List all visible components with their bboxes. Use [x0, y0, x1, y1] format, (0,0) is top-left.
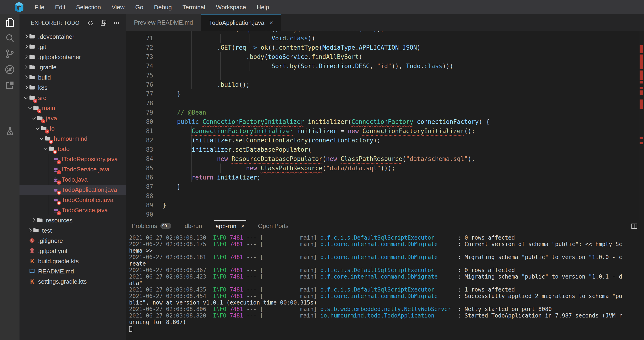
error-badge-icon: ×: [57, 180, 61, 185]
tree-row-main[interactable]: ×main: [20, 103, 126, 113]
code-text: .POST(req -> ok().body(todoService.save(…: [162, 31, 384, 34]
tree-row-test[interactable]: test: [20, 225, 126, 236]
chevron-placeholder: [23, 248, 29, 254]
tree-label: io: [50, 125, 54, 132]
tree-row-todo[interactable]: ×todo: [20, 144, 126, 154]
more-actions-icon[interactable]: [113, 19, 120, 26]
tree-row-Todo.java[interactable]: ×Todo.java: [20, 174, 126, 185]
tree-row-README.md[interactable]: README.md: [20, 266, 126, 277]
tree-label: ITodoService.java: [62, 166, 109, 173]
tree-row-io[interactable]: ×io: [20, 123, 126, 134]
menu-item-selection[interactable]: Selection: [71, 0, 106, 14]
panel-tab-label: Problems: [132, 222, 157, 230]
chevron-down-icon[interactable]: [23, 95, 29, 101]
chevron-down-icon[interactable]: [43, 146, 48, 152]
panel-tab-open-ports[interactable]: Open Ports: [256, 220, 290, 232]
chevron-right-icon[interactable]: [31, 218, 37, 223]
chevron-right-icon[interactable]: [23, 44, 29, 50]
tree-row-TodoService.java[interactable]: ×TodoService.java: [20, 205, 126, 215]
menu-item-debug[interactable]: Debug: [148, 0, 177, 14]
chevron-placeholder: [47, 197, 52, 203]
chevron-down-icon[interactable]: [39, 136, 44, 141]
menu-item-edit[interactable]: Edit: [50, 0, 71, 14]
close-icon[interactable]: ×: [241, 223, 244, 230]
close-icon[interactable]: ×: [270, 19, 273, 27]
line-number: 87: [126, 182, 153, 191]
code-editor[interactable]: .POST(req -> ok().body(todoService.save(…: [126, 31, 644, 220]
tree-row-.gitpodcontainer[interactable]: .gitpodcontainer: [20, 52, 126, 62]
tree-row-.gitpod.yml[interactable]: .gitpod.yml: [20, 246, 126, 256]
indent-guides: [162, 71, 220, 80]
plugins-icon[interactable]: [0, 77, 20, 93]
tree-row-k8s[interactable]: k8s: [20, 83, 126, 93]
line-number: 72: [126, 43, 153, 52]
tree-label: ITodoRepository.java: [62, 156, 118, 163]
test-flask-icon[interactable]: [0, 123, 20, 139]
code-text: new ResourceDatabasePopulator(new ClassP…: [162, 154, 475, 164]
error-badge-icon: ×: [45, 129, 49, 134]
tree-row-.git[interactable]: .git: [20, 42, 126, 52]
tree-row-java[interactable]: ×java: [20, 113, 126, 123]
code-text: public ConnectionFactoryInitializer init…: [162, 117, 490, 126]
folder-icon: [33, 227, 40, 234]
tree-row-ITodoService.java[interactable]: ×ITodoService.java: [20, 164, 126, 174]
tree-row-src[interactable]: ×src: [20, 93, 126, 103]
menu-item-view[interactable]: View: [106, 0, 130, 14]
refresh-icon[interactable]: [87, 19, 94, 26]
file-tree: .devcontainer.git.gitpodcontainer.gradle…: [20, 31, 126, 287]
explorer-sidebar: EXPLORER: TODO .devcontainer.git.gitpodc…: [20, 14, 126, 340]
terminal-output[interactable]: 2021-06-27 02:03:08.130 INFO 7481 --- [ …: [126, 232, 644, 340]
panel-tab-app-run[interactable]: app-run×: [214, 220, 246, 232]
line-number: 88: [126, 191, 153, 201]
chevron-right-icon[interactable]: [23, 75, 29, 80]
debug-disabled-icon[interactable]: [0, 62, 20, 77]
chevron-placeholder: [47, 167, 52, 172]
menu-item-terminal[interactable]: Terminal: [177, 0, 210, 14]
code-text: .body(todoService.findAllBySort(: [162, 52, 362, 61]
panel-tab-problems[interactable]: Problems99+: [130, 220, 173, 232]
tree-row-build.gradle.kts[interactable]: Kbuild.gradle.kts: [20, 256, 126, 266]
panel-tab-db-run[interactable]: db-run: [183, 220, 204, 232]
tree-row-settings.gradle.kts[interactable]: Ksettings.gradle.kts: [20, 277, 126, 287]
editor-tab-preview-readme.md[interactable]: Preview README.md: [126, 14, 201, 31]
code-text: [162, 191, 177, 201]
kotlin-file-icon: K: [29, 278, 36, 285]
tree-row-TodoApplication.java[interactable]: ×TodoApplication.java: [20, 185, 126, 195]
editor-tab-label: TodoApplication.java: [209, 19, 264, 26]
menu-item-help[interactable]: Help: [252, 0, 274, 14]
files-icon[interactable]: [0, 14, 20, 30]
tree-row-.devcontainer[interactable]: .devcontainer: [20, 31, 126, 42]
chevron-down-icon[interactable]: [31, 115, 37, 121]
collapse-all-icon[interactable]: [100, 19, 107, 26]
editor-tab-todoapplication.java[interactable]: TodoApplication.java×: [201, 14, 281, 31]
chevron-down-icon[interactable]: [27, 105, 33, 111]
menu-item-file[interactable]: File: [29, 0, 50, 14]
error-mark: [640, 137, 643, 139]
chevron-right-icon[interactable]: [27, 228, 33, 233]
search-icon[interactable]: [0, 30, 20, 46]
tree-row-ITodoRepository.java[interactable]: ×ITodoRepository.java: [20, 154, 126, 164]
chevron-down-icon[interactable]: [35, 126, 41, 131]
chevron-right-icon[interactable]: [23, 64, 29, 70]
error-badge-icon: ×: [57, 201, 61, 205]
split-columns-icon[interactable]: [630, 222, 638, 231]
code-line-87: 87}: [126, 182, 632, 191]
error-mark: [640, 99, 643, 109]
tree-row-resources[interactable]: resources: [20, 215, 126, 225]
tree-row-.gradle[interactable]: .gradle: [20, 62, 126, 72]
chevron-right-icon[interactable]: [23, 85, 29, 90]
overview-ruler[interactable]: [639, 31, 644, 220]
menu-item-go[interactable]: Go: [130, 0, 149, 14]
tree-label: .gradle: [38, 64, 57, 71]
error-badge-icon: ×: [57, 160, 61, 164]
chevron-right-icon[interactable]: [23, 54, 29, 60]
tree-row-humourmind[interactable]: ×humourmind: [20, 134, 126, 144]
menu-item-workspace[interactable]: Workspace: [210, 0, 252, 14]
source-control-icon[interactable]: [0, 46, 20, 62]
tree-row-build[interactable]: build: [20, 72, 126, 83]
terminal-cursor-line: [129, 326, 644, 332]
tree-row-.gitignore[interactable]: .gitignore: [20, 236, 126, 246]
tree-row-TodoController.java[interactable]: ×TodoController.java: [20, 195, 126, 205]
chevron-right-icon[interactable]: [23, 34, 29, 39]
terminal-line: unning for 8.807): [129, 319, 644, 326]
